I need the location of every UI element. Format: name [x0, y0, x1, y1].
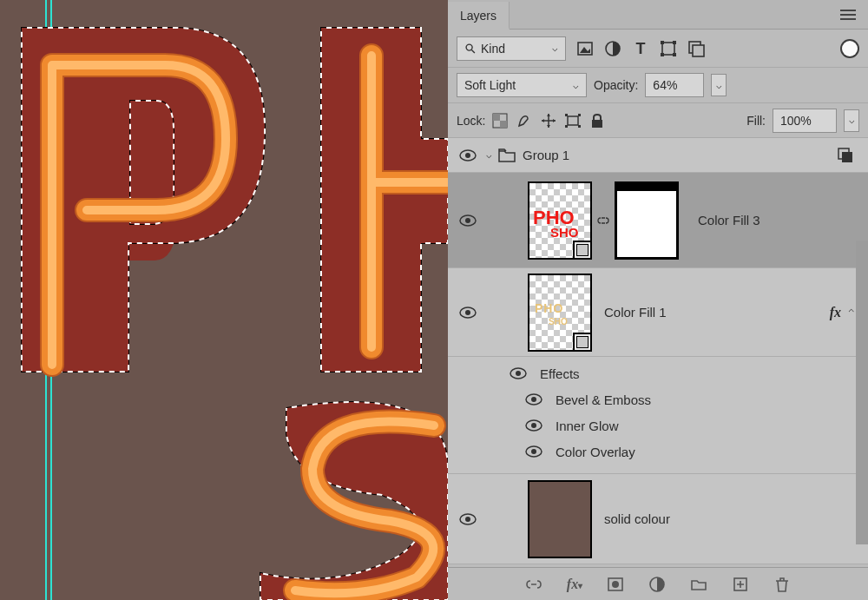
lock-all-icon[interactable] [589, 113, 605, 129]
effects-header[interactable]: Effects [503, 360, 868, 386]
svg-rect-8 [673, 41, 676, 44]
group-blend-icon[interactable] [837, 147, 854, 164]
svg-rect-18 [578, 114, 581, 116]
layer-list: ⌵ Group 1 PHO SHO [448, 138, 868, 567]
chevron-up-icon[interactable]: ⌵ [848, 307, 854, 318]
scrollbar-thumb[interactable] [856, 241, 868, 544]
new-adjustment-layer-icon[interactable] [648, 576, 666, 593]
eye-icon [459, 307, 477, 319]
folder-icon [498, 148, 516, 162]
shape-filter-icon[interactable] [660, 40, 677, 57]
lock-transparency-icon[interactable] [492, 113, 508, 129]
opacity-field[interactable]: 64% [645, 73, 704, 97]
svg-rect-17 [565, 114, 568, 116]
opacity-label: Opacity: [594, 78, 638, 92]
chevron-down-icon: ⌵ [573, 80, 579, 91]
panel-tab-bar: Layers [448, 0, 868, 30]
add-layer-style-icon[interactable]: fx▾ [567, 577, 582, 592]
new-layer-icon[interactable] [732, 576, 749, 593]
svg-marker-3 [580, 47, 590, 53]
effect-inner-glow[interactable]: Inner Glow [503, 412, 868, 438]
panel-menu-button[interactable] [828, 14, 868, 16]
svg-rect-10 [673, 53, 676, 56]
svg-rect-21 [592, 120, 602, 128]
svg-point-33 [531, 397, 536, 402]
image-filter-icon[interactable] [576, 40, 594, 57]
eye-icon [459, 149, 477, 162]
layer-mask-thumbnail[interactable] [615, 181, 679, 260]
eye-icon [525, 445, 542, 458]
opacity-value: 64% [653, 78, 677, 92]
menu-icon [840, 14, 856, 16]
add-mask-icon[interactable] [607, 576, 624, 593]
svg-point-23 [465, 153, 470, 158]
layer-thumbnail[interactable]: PHO SHO [528, 181, 592, 260]
svg-point-39 [465, 517, 470, 522]
visibility-toggle[interactable] [453, 149, 483, 162]
svg-rect-16 [568, 116, 578, 125]
svg-point-0 [466, 44, 472, 50]
tab-layers[interactable]: Layers [448, 2, 510, 30]
visibility-toggle[interactable] [519, 393, 549, 405]
layer-group-row[interactable]: ⌵ Group 1 [448, 138, 868, 173]
svg-point-29 [465, 310, 470, 315]
layer-row-color-fill-3[interactable]: PHO SHO Color Fill 3 [448, 173, 868, 268]
adjustment-filter-icon[interactable] [604, 40, 621, 57]
layer-filter-row: Kind ⌵ T [448, 30, 868, 68]
layer-row-color-fill-1[interactable]: PHO SHO Color Fill 1 fx ⌵ [448, 268, 868, 357]
svg-rect-7 [661, 41, 664, 44]
visibility-toggle[interactable] [453, 214, 483, 227]
fill-field[interactable]: 100% [773, 109, 837, 133]
layer-thumbnail[interactable] [528, 480, 592, 558]
delete-layer-icon[interactable] [773, 576, 791, 593]
visibility-toggle[interactable] [519, 419, 549, 432]
filter-toggle-switch[interactable] [840, 39, 859, 58]
svg-rect-15 [500, 121, 507, 128]
new-group-icon[interactable] [690, 576, 707, 593]
svg-rect-19 [565, 125, 568, 128]
chevron-down-icon: ⌵ [552, 43, 558, 54]
effect-name: Color Overlay [556, 445, 635, 459]
svg-point-31 [516, 371, 521, 376]
effect-name: Bevel & Emboss [556, 392, 651, 407]
lock-label: Lock: [457, 114, 485, 128]
effect-color-overlay[interactable]: Color Overlay [503, 438, 868, 465]
smartobject-filter-icon[interactable] [687, 40, 705, 57]
group-name[interactable]: Group 1 [523, 148, 569, 162]
layer-thumbnail[interactable]: PHO SHO [528, 274, 592, 352]
filter-kind-select[interactable]: Kind ⌵ [457, 36, 566, 61]
document-canvas[interactable] [0, 0, 448, 600]
lock-artboard-icon[interactable] [565, 113, 581, 129]
layer-name[interactable]: solid colour [604, 511, 670, 526]
eye-icon [459, 214, 477, 227]
layers-bottom-bar: fx▾ [448, 567, 868, 600]
layers-panel: Layers Kind ⌵ T Soft Light ⌵ Op [448, 0, 868, 600]
group-disclosure-icon[interactable]: ⌵ [483, 149, 495, 161]
svg-rect-6 [662, 43, 674, 55]
shape-badge-icon [573, 241, 592, 260]
svg-rect-12 [693, 45, 704, 56]
visibility-toggle[interactable] [519, 445, 549, 458]
svg-point-35 [531, 423, 536, 428]
layer-name[interactable]: Color Fill 3 [698, 213, 760, 227]
opacity-slider-toggle[interactable]: ⌵ [711, 74, 727, 96]
lock-pixels-icon[interactable] [516, 113, 532, 129]
visibility-toggle[interactable] [453, 307, 483, 319]
svg-point-41 [612, 581, 619, 588]
lock-position-icon[interactable] [541, 113, 556, 129]
link-layers-icon[interactable] [525, 576, 542, 593]
effect-bevel-emboss[interactable]: Bevel & Emboss [503, 386, 868, 412]
type-filter-icon[interactable]: T [632, 40, 649, 57]
svg-rect-14 [493, 114, 500, 121]
visibility-toggle[interactable] [503, 367, 533, 379]
visibility-toggle[interactable] [453, 513, 483, 525]
layer-name[interactable]: Color Fill 1 [604, 305, 667, 320]
layer-row-solid-colour[interactable]: solid colour [448, 474, 868, 564]
fill-slider-toggle[interactable]: ⌵ [844, 109, 859, 132]
mask-link-icon[interactable] [597, 214, 609, 227]
search-icon [464, 43, 477, 55]
blend-mode-select[interactable]: Soft Light ⌵ [457, 73, 587, 97]
fx-indicator[interactable]: fx [830, 305, 841, 320]
thumb-text: SHO [550, 227, 579, 239]
svg-point-27 [465, 218, 470, 223]
